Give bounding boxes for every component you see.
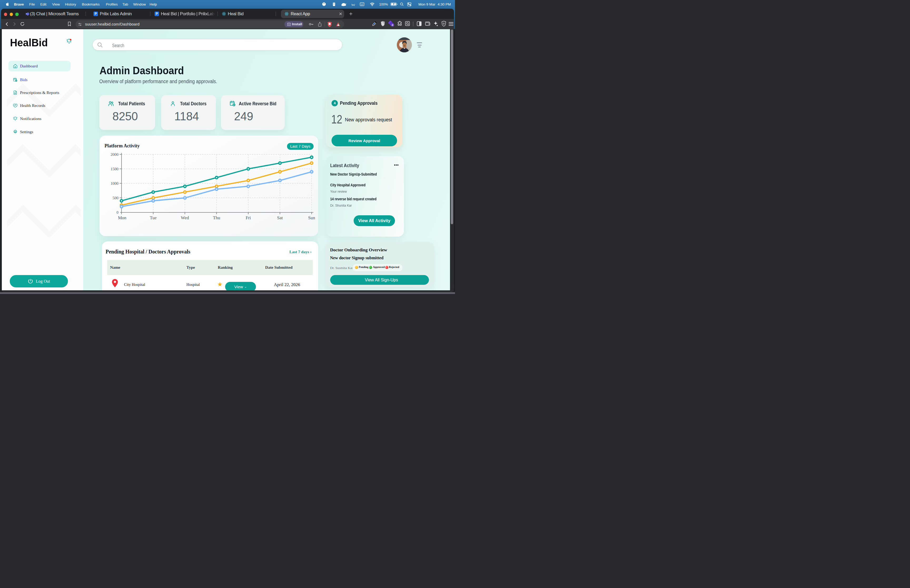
svg-text:Sun: Sun <box>308 215 315 220</box>
svg-text:Tue: Tue <box>150 215 157 220</box>
svg-text:500: 500 <box>112 196 118 200</box>
svg-text:Sat: Sat <box>277 215 283 220</box>
svg-text:Wed: Wed <box>181 215 189 220</box>
svg-text:1500: 1500 <box>111 167 118 171</box>
svg-text:Thu: Thu <box>213 215 220 220</box>
svg-text:0: 0 <box>116 210 118 215</box>
svg-text:4: 4 <box>392 24 393 26</box>
svg-text:1000: 1000 <box>111 181 118 186</box>
svg-text:2000: 2000 <box>111 152 118 157</box>
svg-text:Fri: Fri <box>246 215 251 220</box>
svg-text:Mon: Mon <box>118 215 126 220</box>
